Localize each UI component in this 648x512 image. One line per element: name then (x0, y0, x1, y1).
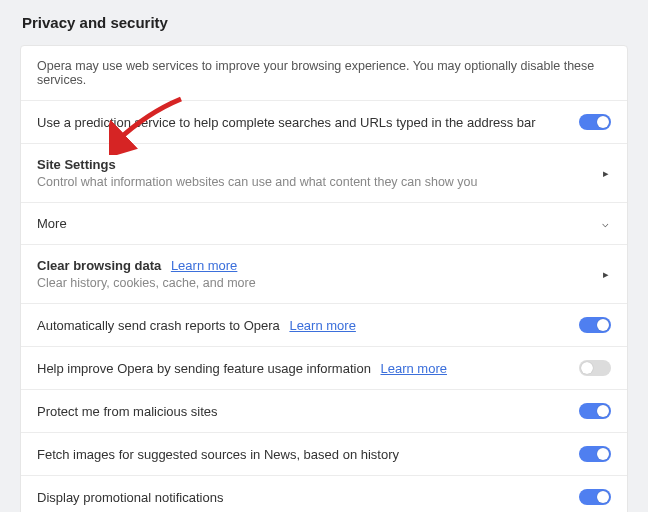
intro-row: Opera may use web services to improve yo… (21, 46, 627, 101)
fetch-images-label: Fetch images for suggested sources in Ne… (37, 447, 571, 462)
site-settings-desc: Control what information websites can us… (37, 175, 593, 189)
promo-notifications-toggle[interactable] (579, 489, 611, 505)
prediction-label: Use a prediction service to help complet… (37, 115, 571, 130)
promo-notifications-row: Display promotional notifications (21, 476, 627, 512)
fetch-images-row: Fetch images for suggested sources in Ne… (21, 433, 627, 476)
clear-data-desc: Clear history, cookies, cache, and more (37, 276, 593, 290)
protect-malicious-row: Protect me from malicious sites (21, 390, 627, 433)
chevron-right-icon: ▸ (601, 167, 611, 180)
intro-text: Opera may use web services to improve yo… (37, 59, 603, 87)
settings-panel: Opera may use web services to improve yo… (20, 45, 628, 512)
clear-data-row[interactable]: Clear browsing data Learn more Clear his… (21, 245, 627, 304)
feature-usage-row: Help improve Opera by sending feature us… (21, 347, 627, 390)
fetch-images-toggle[interactable] (579, 446, 611, 462)
crash-reports-label: Automatically send crash reports to Oper… (37, 318, 280, 333)
crash-reports-row: Automatically send crash reports to Oper… (21, 304, 627, 347)
prediction-toggle[interactable] (579, 114, 611, 130)
clear-data-label: Clear browsing data (37, 258, 161, 273)
site-settings-row[interactable]: Site Settings Control what information w… (21, 144, 627, 203)
feature-usage-label: Help improve Opera by sending feature us… (37, 361, 371, 376)
chevron-down-icon: ⌵ (600, 217, 611, 230)
prediction-row: Use a prediction service to help complet… (21, 101, 627, 144)
promo-notifications-label: Display promotional notifications (37, 490, 571, 505)
protect-malicious-label: Protect me from malicious sites (37, 404, 571, 419)
chevron-right-icon: ▸ (601, 268, 611, 281)
feature-usage-toggle[interactable] (579, 360, 611, 376)
page-title: Privacy and security (22, 14, 628, 31)
crash-reports-toggle[interactable] (579, 317, 611, 333)
feature-usage-learn-more-link[interactable]: Learn more (380, 361, 446, 376)
clear-data-learn-more-link[interactable]: Learn more (171, 258, 237, 273)
site-settings-label: Site Settings (37, 157, 593, 172)
more-label: More (37, 216, 592, 231)
protect-malicious-toggle[interactable] (579, 403, 611, 419)
more-row[interactable]: More ⌵ (21, 203, 627, 245)
crash-reports-learn-more-link[interactable]: Learn more (289, 318, 355, 333)
